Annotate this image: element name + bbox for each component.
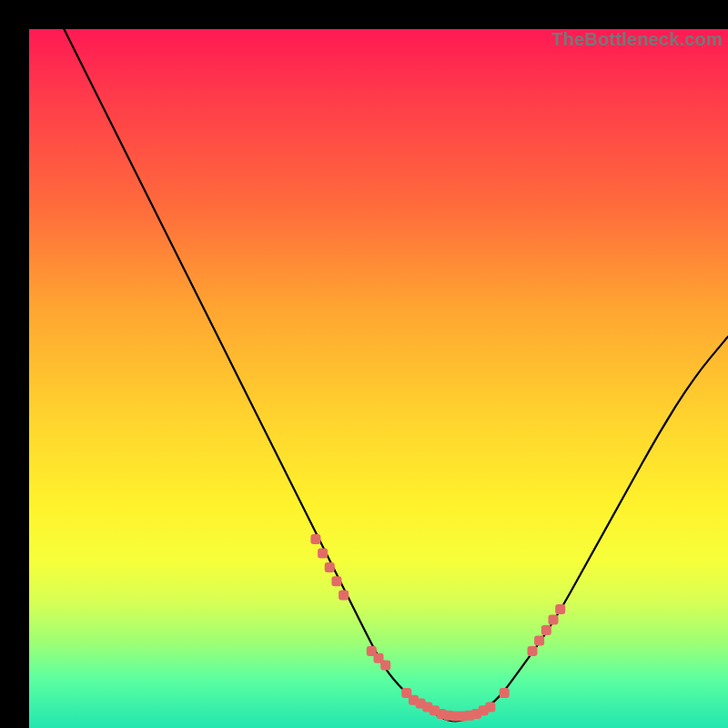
- marker-group: [310, 534, 565, 721]
- bottleneck-curve-line: [64, 29, 728, 721]
- data-marker: [534, 636, 544, 646]
- data-marker: [549, 615, 559, 625]
- plot-area: TheBottleneck.com: [29, 29, 728, 728]
- data-marker: [325, 562, 335, 572]
- data-marker: [555, 604, 565, 614]
- data-marker: [331, 576, 341, 586]
- data-marker: [500, 688, 510, 698]
- data-marker: [339, 591, 349, 601]
- data-marker: [310, 534, 320, 544]
- data-marker: [485, 703, 495, 713]
- data-marker: [528, 646, 538, 656]
- data-marker: [318, 549, 328, 559]
- data-marker: [380, 660, 390, 670]
- chart-frame: TheBottleneck.com: [15, 15, 713, 713]
- data-marker: [541, 625, 551, 635]
- watermark-text: TheBottleneck.com: [551, 29, 723, 50]
- chart-svg: [29, 29, 728, 728]
